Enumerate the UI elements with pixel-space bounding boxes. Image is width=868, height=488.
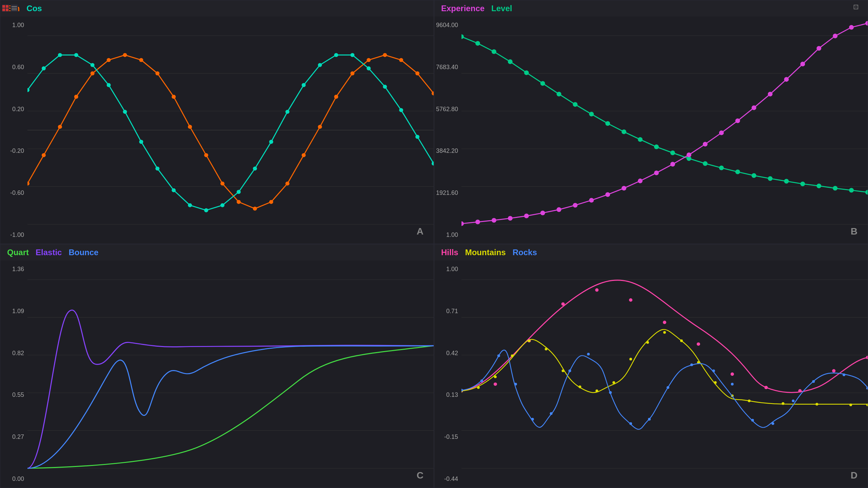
svg-point-124 bbox=[849, 25, 854, 30]
svg-point-75 bbox=[475, 41, 480, 46]
svg-point-121 bbox=[800, 62, 805, 66]
svg-point-63 bbox=[367, 66, 371, 70]
svg-point-97 bbox=[833, 186, 837, 191]
svg-point-51 bbox=[172, 188, 176, 192]
svg-point-148 bbox=[798, 389, 802, 392]
svg-point-54 bbox=[220, 203, 224, 207]
svg-point-115 bbox=[703, 142, 708, 146]
svg-point-177 bbox=[531, 418, 534, 421]
svg-point-119 bbox=[768, 92, 772, 97]
svg-point-28 bbox=[220, 182, 224, 186]
svg-point-17 bbox=[42, 153, 46, 157]
svg-point-56 bbox=[253, 166, 257, 170]
svg-point-184 bbox=[667, 386, 669, 389]
svg-point-178 bbox=[550, 412, 553, 415]
svg-point-123 bbox=[833, 34, 837, 38]
panel-a: Sin Cos 1.00 0.60 0.20 -0.20 -0.60 -1.00 bbox=[0, 0, 434, 244]
svg-point-110 bbox=[622, 186, 626, 191]
panel-c-label: C bbox=[417, 470, 423, 481]
svg-point-55 bbox=[237, 190, 241, 194]
svg-point-150 bbox=[866, 356, 868, 359]
svg-point-168 bbox=[748, 400, 751, 402]
svg-point-49 bbox=[139, 140, 143, 144]
svg-point-87 bbox=[670, 150, 675, 155]
legend-level[interactable]: Level bbox=[491, 4, 512, 13]
panel-c-y-axis: 1.36 1.09 0.82 0.55 0.27 0.00 bbox=[0, 261, 27, 488]
svg-point-46 bbox=[91, 63, 95, 67]
panel-b-header: Experience Level bbox=[434, 0, 868, 17]
svg-point-100 bbox=[461, 221, 464, 226]
svg-point-90 bbox=[719, 165, 724, 170]
svg-point-192 bbox=[843, 373, 845, 376]
svg-point-47 bbox=[107, 83, 111, 87]
svg-point-158 bbox=[578, 386, 581, 388]
svg-point-16 bbox=[27, 182, 29, 186]
svg-point-45 bbox=[74, 53, 78, 57]
svg-point-170 bbox=[815, 403, 818, 406]
panel-d-label: D bbox=[851, 470, 857, 481]
panel-a-header: Sin Cos bbox=[0, 0, 434, 17]
svg-point-24 bbox=[155, 72, 159, 76]
svg-point-96 bbox=[816, 184, 821, 188]
maximize-icon[interactable]: ⊡ bbox=[853, 3, 863, 12]
svg-point-182 bbox=[629, 422, 632, 425]
svg-point-159 bbox=[595, 389, 598, 392]
svg-point-169 bbox=[782, 402, 784, 405]
svg-point-193 bbox=[866, 387, 868, 389]
svg-point-113 bbox=[670, 162, 675, 167]
svg-point-60 bbox=[318, 63, 322, 67]
svg-point-94 bbox=[784, 179, 789, 184]
legend-rocks[interactable]: Rocks bbox=[513, 248, 537, 257]
legend-elastic[interactable]: Elastic bbox=[36, 248, 62, 257]
chart-grid: Sin Cos 1.00 0.60 0.20 -0.20 -0.60 -1.00 bbox=[0, 0, 868, 488]
svg-point-39 bbox=[399, 58, 403, 62]
svg-point-29 bbox=[237, 200, 241, 204]
svg-point-78 bbox=[524, 70, 529, 75]
svg-point-23 bbox=[139, 58, 143, 62]
svg-point-34 bbox=[318, 125, 322, 129]
svg-point-83 bbox=[605, 121, 610, 126]
svg-point-86 bbox=[654, 144, 659, 149]
svg-point-190 bbox=[792, 400, 794, 402]
svg-rect-4 bbox=[6, 8, 8, 11]
svg-point-50 bbox=[155, 166, 159, 170]
svg-point-53 bbox=[204, 208, 208, 212]
legend-quart[interactable]: Quart bbox=[7, 248, 29, 257]
svg-point-180 bbox=[587, 353, 590, 355]
svg-point-38 bbox=[383, 53, 387, 57]
svg-point-32 bbox=[285, 182, 290, 186]
svg-rect-6 bbox=[12, 6, 17, 7]
svg-point-163 bbox=[663, 331, 666, 334]
svg-point-89 bbox=[703, 161, 708, 166]
svg-point-118 bbox=[752, 105, 756, 110]
legend-cos[interactable]: Cos bbox=[26, 4, 42, 13]
svg-point-183 bbox=[648, 418, 651, 421]
svg-point-161 bbox=[629, 358, 632, 361]
svg-point-62 bbox=[350, 53, 354, 57]
svg-rect-3 bbox=[2, 8, 5, 11]
svg-point-26 bbox=[188, 125, 192, 129]
legend-mountains[interactable]: Mountains bbox=[465, 248, 506, 257]
svg-point-48 bbox=[123, 110, 127, 114]
panel-c: Quart Elastic Bounce 1.36 1.09 0.82 0.55… bbox=[0, 244, 434, 488]
svg-point-108 bbox=[589, 198, 594, 203]
svg-point-191 bbox=[812, 380, 815, 383]
svg-point-166 bbox=[714, 381, 717, 384]
svg-point-58 bbox=[285, 110, 290, 114]
svg-point-109 bbox=[605, 192, 610, 197]
svg-point-122 bbox=[816, 46, 821, 51]
svg-point-59 bbox=[302, 83, 306, 87]
svg-point-80 bbox=[557, 92, 561, 97]
svg-point-125 bbox=[865, 21, 868, 26]
svg-point-146 bbox=[731, 372, 734, 376]
legend-bounce[interactable]: Bounce bbox=[68, 248, 98, 257]
legend-experience[interactable]: Experience bbox=[441, 4, 485, 13]
legend-hills[interactable]: Hills bbox=[441, 248, 458, 257]
svg-point-77 bbox=[508, 59, 513, 64]
panel-d: Hills Mountains Rocks 1.00 0.71 0.42 0.1… bbox=[434, 244, 868, 488]
svg-point-79 bbox=[540, 81, 545, 86]
top-bar bbox=[0, 0, 27, 16]
svg-point-152 bbox=[477, 386, 480, 389]
svg-point-25 bbox=[172, 95, 176, 99]
svg-point-74 bbox=[461, 34, 464, 39]
